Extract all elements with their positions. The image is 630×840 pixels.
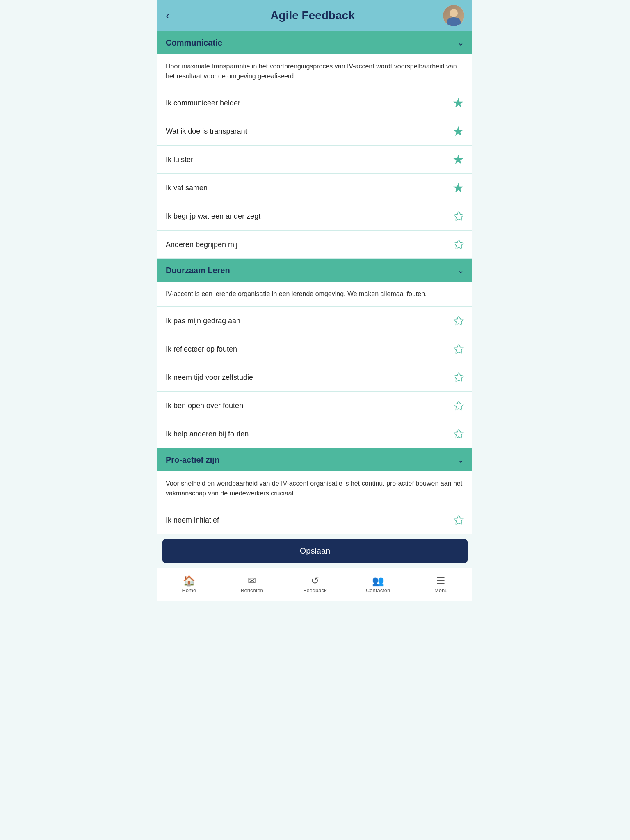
people-icon: 👥 xyxy=(372,576,384,586)
star-rating[interactable]: ★ xyxy=(452,153,464,166)
item-label: Anderen begrijpen mij xyxy=(166,240,237,249)
feedback-icon: ↺ xyxy=(311,576,319,586)
list-item: Ik neem tijd voor zelfstudie✩ xyxy=(158,363,472,392)
list-item: Ik vat samen★ xyxy=(158,174,472,202)
home-icon: 🏠 xyxy=(183,576,195,586)
list-item: Wat ik doe is transparant★ xyxy=(158,117,472,146)
list-item: Ik neem initiatief✩ xyxy=(158,506,472,534)
avatar[interactable] xyxy=(443,5,464,26)
star-rating[interactable]: ★ xyxy=(452,125,464,138)
item-label: Ik neem initiatief xyxy=(166,516,219,525)
star-rating[interactable]: ✩ xyxy=(453,371,464,384)
item-label: Ik neem tijd voor zelfstudie xyxy=(166,373,253,382)
star-rating[interactable]: ✩ xyxy=(453,399,464,412)
nav-label-home: Home xyxy=(182,587,196,593)
nav-item-menu[interactable]: ☰ Menu xyxy=(409,568,472,601)
list-item: Ik ben open over fouten✩ xyxy=(158,392,472,420)
item-label: Wat ik doe is transparant xyxy=(166,127,247,136)
save-button[interactable]: Opslaan xyxy=(162,539,468,563)
star-rating[interactable]: ★ xyxy=(452,181,464,194)
section-title-pro-actief-zijn: Pro-actief zijn xyxy=(166,455,219,465)
section-desc-duurzaam-leren: IV-accent is een lerende organisatie in … xyxy=(158,282,472,307)
star-rating[interactable]: ✩ xyxy=(453,314,464,327)
menu-icon: ☰ xyxy=(436,576,445,586)
avatar-image xyxy=(443,5,464,26)
list-item: Anderen begrijpen mij✩ xyxy=(158,231,472,259)
nav-item-feedback[interactable]: ↺ Feedback xyxy=(283,568,347,601)
section-header-communicatie[interactable]: Communicatie ⌄ xyxy=(158,31,472,54)
item-label: Ik help anderen bij fouten xyxy=(166,430,249,438)
section-title-communicatie: Communicatie xyxy=(166,38,222,48)
nav-label-feedback: Feedback xyxy=(303,587,326,593)
sections-container: Communicatie ⌄ Door maximale transparant… xyxy=(158,31,472,534)
bottom-navigation: 🏠 Home ✉ Berichten ↺ Feedback 👥 Contacte… xyxy=(158,568,472,601)
chevron-down-icon: ⌄ xyxy=(457,38,464,48)
star-rating[interactable]: ✩ xyxy=(453,342,464,356)
item-label: Ik begrijp wat een ander zegt xyxy=(166,212,260,221)
star-rating[interactable]: ★ xyxy=(452,96,464,110)
nav-item-contacten[interactable]: 👥 Contacten xyxy=(347,568,410,601)
nav-item-home[interactable]: 🏠 Home xyxy=(158,568,221,601)
header: ‹ Agile Feedback xyxy=(158,0,472,31)
item-label: Ik reflecteer op fouten xyxy=(166,345,237,354)
section-desc-pro-actief-zijn: Voor snelheid en wendbaarheid van de IV-… xyxy=(158,471,472,506)
mail-icon: ✉ xyxy=(248,576,256,586)
list-item: Ik begrijp wat een ander zegt✩ xyxy=(158,202,472,231)
section-header-duurzaam-leren[interactable]: Duurzaam Leren ⌄ xyxy=(158,259,472,282)
chevron-down-icon: ⌄ xyxy=(457,455,464,465)
section-title-duurzaam-leren: Duurzaam Leren xyxy=(166,266,230,275)
star-rating[interactable]: ✩ xyxy=(453,210,464,223)
star-rating[interactable]: ✩ xyxy=(453,427,464,441)
nav-item-berichten[interactable]: ✉ Berichten xyxy=(221,568,284,601)
nav-label-contacten: Contacten xyxy=(366,587,390,593)
list-item: Ik communiceer helder★ xyxy=(158,89,472,117)
item-label: Ik pas mijn gedrag aan xyxy=(166,317,240,325)
nav-label-berichten: Berichten xyxy=(241,587,263,593)
item-label: Ik vat samen xyxy=(166,184,208,192)
item-label: Ik ben open over fouten xyxy=(166,402,243,410)
back-button[interactable]: ‹ xyxy=(166,9,182,22)
section-desc-communicatie: Door maximale transparantie in het voort… xyxy=(158,54,472,89)
item-label: Ik communiceer helder xyxy=(166,99,240,107)
chevron-down-icon: ⌄ xyxy=(457,265,464,275)
page-title: Agile Feedback xyxy=(182,9,443,22)
list-item: Ik reflecteer op fouten✩ xyxy=(158,335,472,363)
star-rating[interactable]: ✩ xyxy=(453,514,464,527)
nav-label-menu: Menu xyxy=(434,587,448,593)
section-header-pro-actief-zijn[interactable]: Pro-actief zijn ⌄ xyxy=(158,448,472,471)
list-item: Ik pas mijn gedrag aan✩ xyxy=(158,307,472,335)
star-rating[interactable]: ✩ xyxy=(453,238,464,251)
item-label: Ik luister xyxy=(166,155,193,164)
main-content: Communicatie ⌄ Door maximale transparant… xyxy=(158,31,472,568)
list-item: Ik luister★ xyxy=(158,146,472,174)
list-item: Ik help anderen bij fouten✩ xyxy=(158,420,472,448)
